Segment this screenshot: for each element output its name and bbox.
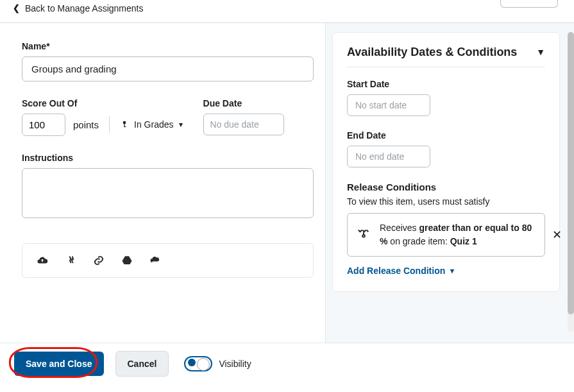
release-condition-chip: Receives greater than or equal to 80 % o… [347, 213, 545, 257]
chevron-down-icon: ▾ [179, 120, 183, 129]
divider [109, 116, 110, 133]
due-date-input[interactable] [203, 114, 284, 135]
back-link[interactable]: ❮ Back to Manage Assignments [13, 3, 143, 13]
instructions-label: Instructions [22, 153, 314, 163]
key-icon [120, 120, 129, 129]
due-date-label: Due Date [203, 98, 284, 108]
end-date-label: End Date [347, 130, 545, 141]
in-grades-label: In Grades [134, 119, 173, 130]
condition-text: Receives greater than or equal to 80 % o… [380, 221, 536, 248]
panel-header[interactable]: Availability Dates & Conditions ▼ [347, 46, 545, 67]
footer-bar: Save and Close Cancel Visibility [0, 343, 574, 384]
header-toggle-collapsed[interactable] [500, 0, 558, 8]
start-date-label: Start Date [347, 79, 545, 89]
condition-prefix: Receives [380, 223, 419, 233]
chevron-down-icon: ▾ [450, 266, 454, 275]
add-condition-label: Add Release Condition [347, 266, 445, 276]
scrollbar[interactable] [568, 32, 574, 332]
add-release-condition-button[interactable]: Add Release Condition ▾ [347, 266, 454, 276]
release-description: To view this item, users must satisfy [347, 196, 545, 207]
side-panel-area: Availability Dates & Conditions ▼ Start … [326, 23, 574, 343]
score-input[interactable] [22, 114, 65, 136]
name-label: Name* [22, 41, 314, 51]
svg-rect-2 [124, 126, 126, 127]
remove-condition-button[interactable]: ✕ [550, 228, 564, 242]
onedrive-icon[interactable] [149, 255, 161, 266]
start-date-input[interactable] [347, 94, 430, 116]
chevron-down-icon: ▼ [536, 47, 545, 57]
name-input[interactable] [22, 56, 314, 81]
condition-icon [357, 226, 371, 243]
panel-title: Availability Dates & Conditions [347, 46, 517, 59]
cancel-button[interactable]: Cancel [115, 351, 169, 377]
attachment-bar [22, 243, 314, 278]
svg-point-0 [123, 121, 126, 124]
svg-point-3 [362, 235, 365, 237]
visibility-label: Visibility [219, 359, 251, 369]
instructions-input[interactable] [22, 168, 314, 218]
cloud-upload-icon[interactable] [37, 255, 48, 266]
score-label: Score Out Of [22, 98, 183, 108]
condition-mid: on grade item: [387, 236, 450, 246]
end-date-input[interactable] [347, 146, 430, 167]
release-title: Release Conditions [347, 182, 545, 192]
in-grades-dropdown[interactable]: In Grades ▾ [120, 119, 182, 130]
availability-panel: Availability Dates & Conditions ▼ Start … [332, 32, 560, 292]
breadcrumb: ❮ Back to Manage Assignments [0, 0, 574, 23]
visibility-toggle[interactable] [184, 356, 212, 371]
record-icon[interactable] [65, 255, 76, 266]
main-form: Name* Score Out Of points In Grades ▾ Du… [0, 23, 326, 343]
save-button[interactable]: Save and Close [14, 352, 104, 376]
link-icon[interactable] [93, 255, 105, 266]
points-label: points [73, 119, 99, 130]
condition-item: Quiz 1 [450, 236, 477, 246]
chevron-left-icon: ❮ [13, 3, 20, 13]
content-area: Name* Score Out Of points In Grades ▾ Du… [0, 23, 574, 343]
google-drive-icon[interactable] [121, 255, 133, 266]
back-link-label: Back to Manage Assignments [25, 3, 143, 13]
